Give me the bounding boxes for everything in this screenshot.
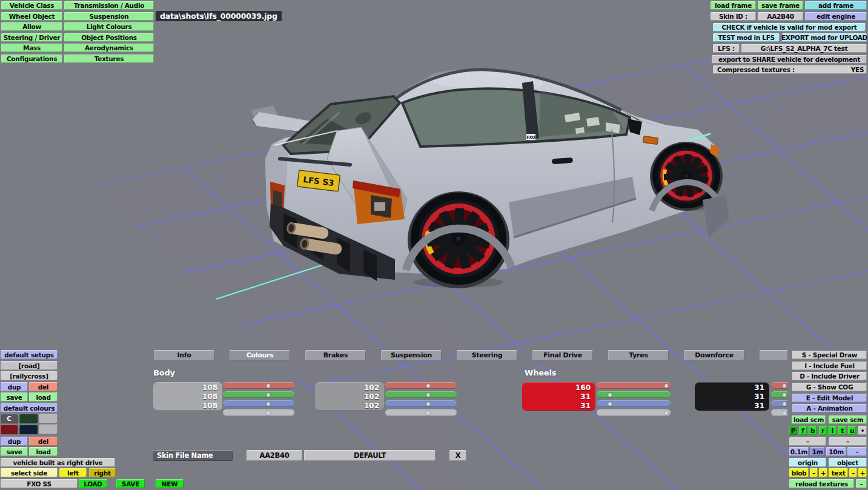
colours-del-button[interactable]: del bbox=[29, 437, 58, 446]
blue-slider[interactable] bbox=[597, 400, 671, 407]
tab-steering[interactable]: Steering bbox=[457, 350, 517, 360]
menu-object-positions[interactable]: Object Positions bbox=[64, 33, 154, 42]
add-frame-button[interactable]: add frame bbox=[805, 1, 867, 10]
menu-light-colours[interactable]: Light Colours bbox=[64, 22, 154, 31]
vehicle-new-button[interactable]: NEW bbox=[156, 479, 184, 488]
animation-button[interactable]: A - Animation bbox=[792, 404, 867, 412]
colours-save-button[interactable]: save bbox=[1, 447, 28, 456]
compressed-textures-toggle[interactable]: YES bbox=[848, 65, 867, 74]
text-minus-button[interactable]: – bbox=[849, 468, 857, 477]
test-mod-button[interactable]: TEST mod in LFS bbox=[713, 33, 780, 42]
colour-slot-4[interactable] bbox=[1, 425, 18, 434]
body-colour-swatch-2[interactable]: 102 102 102 bbox=[315, 382, 384, 411]
slider-knob[interactable] bbox=[426, 411, 430, 415]
colours-dup-button[interactable]: dup bbox=[1, 437, 28, 446]
slider-knob[interactable] bbox=[783, 402, 786, 406]
draw-toggle-f[interactable]: f bbox=[799, 426, 807, 435]
red-slider[interactable] bbox=[385, 382, 457, 389]
edit-model-button[interactable]: E - Edit Model bbox=[792, 394, 867, 402]
check-valid-button[interactable]: CHECK if vehicle is valid for mod export bbox=[713, 23, 866, 31]
brightness-slider[interactable] bbox=[597, 409, 671, 416]
grid-scale-minus[interactable]: – bbox=[847, 447, 867, 456]
save-frame-button[interactable]: save frame bbox=[758, 1, 803, 10]
slider-knob[interactable] bbox=[783, 393, 786, 397]
text-button[interactable]: text bbox=[829, 468, 848, 477]
setup-del-button[interactable]: del bbox=[29, 382, 58, 391]
menu-vehicle-class[interactable]: Vehicle Class bbox=[1, 1, 62, 10]
blob-minus-button[interactable]: – bbox=[810, 468, 818, 477]
setup-road-button[interactable]: [road] bbox=[1, 361, 58, 370]
blob-button[interactable]: blob bbox=[789, 468, 809, 477]
green-slider[interactable] bbox=[385, 391, 457, 398]
colour-slot-5[interactable] bbox=[19, 425, 38, 434]
wheel-colour-swatch-2[interactable]: 31 31 31 bbox=[695, 382, 769, 411]
special-draw-button[interactable]: S - Special Draw bbox=[792, 351, 867, 359]
skin-name-field[interactable]: DEFAULT bbox=[304, 450, 436, 461]
grid-scale-1m[interactable]: 1m bbox=[810, 447, 825, 456]
slider-knob[interactable] bbox=[426, 402, 430, 406]
draw-toggle-dot[interactable]: • bbox=[858, 426, 867, 435]
load-frame-button[interactable]: load frame bbox=[711, 1, 756, 10]
slider-knob[interactable] bbox=[664, 411, 668, 415]
menu-suspension[interactable]: Suspension bbox=[64, 12, 154, 21]
slider-knob[interactable] bbox=[426, 393, 430, 397]
reload-minus-button[interactable]: – bbox=[856, 479, 867, 488]
slider-knob[interactable] bbox=[783, 384, 786, 388]
export-share-button[interactable]: export to SHARE vehicle for development bbox=[712, 55, 867, 64]
default-setups-button[interactable]: default setups bbox=[1, 350, 58, 359]
body-colour-swatch-1[interactable]: 108 108 108 bbox=[153, 382, 222, 411]
draw-toggle-l[interactable]: l bbox=[829, 426, 837, 435]
load-scm-button[interactable]: load scm bbox=[792, 416, 826, 424]
red-slider[interactable] bbox=[597, 382, 671, 389]
side-left-button[interactable]: left bbox=[59, 468, 87, 477]
slider-knob[interactable] bbox=[267, 402, 270, 406]
skin-id-field[interactable]: AA2B40 bbox=[247, 450, 302, 461]
default-colours-button[interactable]: default colours bbox=[1, 403, 58, 412]
slider-knob[interactable] bbox=[608, 393, 612, 397]
include-driver-button[interactable]: D - Include Driver bbox=[792, 372, 867, 380]
show-cog-button[interactable]: G - Show COG bbox=[792, 383, 867, 391]
setup-rallycross-button[interactable]: [rallycross] bbox=[1, 371, 58, 380]
blue-slider[interactable] bbox=[223, 400, 294, 407]
menu-aerodynamics[interactable]: Aerodynamics bbox=[64, 44, 154, 52]
wheel-colour-swatch-1[interactable]: 160 31 31 bbox=[522, 382, 595, 411]
setup-load-button[interactable]: load bbox=[29, 392, 58, 402]
blue-slider[interactable] bbox=[385, 400, 457, 407]
tab-downforce[interactable]: Downforce bbox=[684, 350, 744, 360]
slider-knob[interactable] bbox=[267, 393, 270, 397]
slider-knob[interactable] bbox=[783, 411, 786, 415]
setup-dup-button[interactable]: dup bbox=[1, 382, 28, 391]
draw-toggle-r[interactable]: r bbox=[819, 426, 827, 435]
origin-button[interactable]: origin bbox=[789, 458, 826, 467]
slider-knob[interactable] bbox=[267, 384, 270, 388]
colour-slot-6[interactable] bbox=[39, 425, 58, 434]
object-button[interactable]: object bbox=[829, 458, 867, 467]
slider-knob[interactable] bbox=[267, 411, 270, 415]
edit-engine-button[interactable]: edit engine bbox=[805, 12, 867, 21]
menu-transmission-audio[interactable]: Transmission / Audio bbox=[64, 1, 154, 10]
reload-textures-button[interactable]: reload textures bbox=[789, 479, 854, 488]
green-slider[interactable] bbox=[597, 391, 671, 398]
tab-tyres[interactable]: Tyres bbox=[608, 350, 669, 360]
brightness-slider[interactable] bbox=[385, 409, 457, 416]
export-mod-button[interactable]: EXPORT mod for UPLOAD bbox=[782, 33, 867, 42]
blob-plus-button[interactable]: + bbox=[819, 468, 827, 477]
tab-colours[interactable]: Colours bbox=[230, 350, 290, 360]
draw-toggle-t[interactable]: t bbox=[838, 426, 846, 435]
colour-slot-3[interactable] bbox=[39, 414, 58, 423]
vehicle-save-button[interactable]: SAVE bbox=[116, 479, 145, 488]
menu-textures[interactable]: Textures bbox=[64, 55, 154, 63]
grid-scale-0-1m[interactable]: 0.1m bbox=[789, 447, 809, 456]
red-slider[interactable] bbox=[223, 382, 294, 389]
green-slider[interactable] bbox=[223, 391, 294, 398]
brightness-slider[interactable] bbox=[223, 409, 294, 416]
save-scm-button[interactable]: save scm bbox=[829, 416, 867, 424]
slider-knob[interactable] bbox=[608, 402, 612, 406]
setup-save-button[interactable]: save bbox=[1, 392, 28, 402]
colours-load-button[interactable]: load bbox=[29, 447, 58, 456]
include-fuel-button[interactable]: I - Include Fuel bbox=[792, 362, 867, 370]
side-right-button[interactable]: right bbox=[89, 468, 116, 477]
menu-wheel-object[interactable]: Wheel Object bbox=[1, 12, 62, 21]
vehicle-load-button[interactable]: LOAD bbox=[79, 479, 107, 488]
skin-clear-button[interactable]: X bbox=[449, 450, 466, 461]
